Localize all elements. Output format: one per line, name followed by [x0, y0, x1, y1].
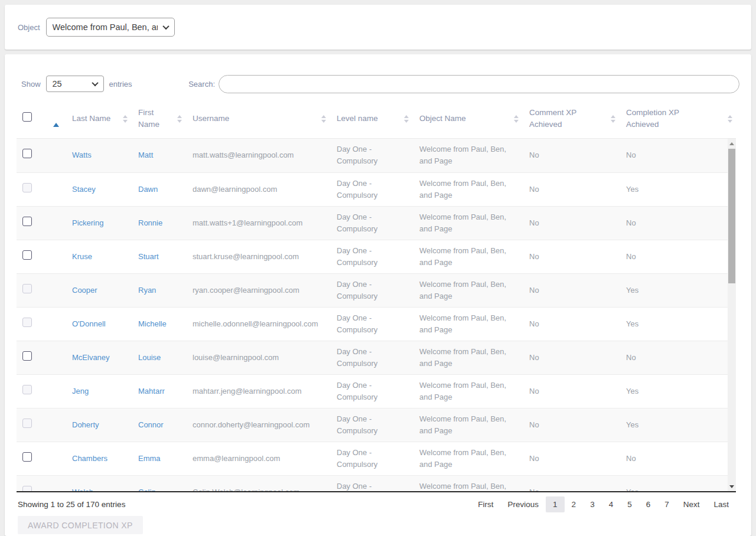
first-name-link[interactable]: Connor [138, 420, 164, 429]
row-select-checkbox [22, 419, 32, 428]
completion-xp-cell: Yes [619, 408, 728, 442]
first-name-link[interactable]: Stuart [138, 252, 159, 261]
scrollbar-up-arrow-icon[interactable] [728, 139, 736, 148]
last-name-link[interactable]: O'Donnell [72, 319, 106, 328]
row-select-checkbox[interactable] [22, 351, 32, 361]
last-name-link[interactable]: Doherty [72, 420, 99, 429]
search-group: Search: [188, 75, 739, 93]
completion-xp-cell: No [619, 341, 728, 374]
pagination-1[interactable]: 1 [546, 496, 565, 512]
level-name-cell: Day One - Compulsory [330, 341, 412, 374]
pagination-4[interactable]: 4 [602, 496, 621, 512]
row-select-checkbox[interactable] [22, 149, 32, 158]
pagination-5[interactable]: 5 [620, 496, 639, 512]
first-name-link[interactable]: Colin [138, 488, 156, 493]
object-name-cell: Welcome from Paul, Ben, and Page [412, 341, 522, 374]
first-name-link[interactable]: Mahtarr [138, 387, 165, 396]
column-header-object-name[interactable]: Object Name [412, 102, 522, 138]
comment-xp-cell: No [522, 240, 619, 273]
scrollbar-thumb[interactable] [728, 149, 735, 283]
level-name-cell: Day One - Compulsory [330, 139, 412, 172]
sort-column-cell [38, 341, 65, 374]
column-header-username[interactable]: Username [185, 102, 330, 138]
column-header-select-sort[interactable] [38, 102, 65, 138]
column-header-first-name[interactable]: First Name [131, 102, 185, 138]
last-name-link[interactable]: Watts [72, 151, 92, 159]
last-name-link[interactable]: Stacey [72, 185, 96, 194]
completion-xp-cell: Yes [619, 475, 728, 492]
select-all-checkbox[interactable] [22, 112, 32, 122]
last-name-link[interactable]: Cooper [72, 286, 97, 295]
sort-column-cell [38, 374, 65, 408]
object-name-cell: Welcome from Paul, Ben, and Page [412, 442, 522, 475]
chevron-down-icon [162, 23, 169, 30]
completion-xp-cell: Yes [619, 374, 728, 408]
row-select-checkbox[interactable] [22, 250, 32, 260]
comment-xp-cell: No [522, 172, 619, 206]
sort-column-cell [38, 139, 65, 172]
pagination-3[interactable]: 3 [583, 496, 602, 512]
table-row: ChambersEmmaemma@learningpool.comDay One… [17, 442, 728, 475]
scrollbar-down-arrow-icon[interactable] [728, 482, 736, 491]
comment-xp-cell: No [522, 307, 619, 341]
table-row: StaceyDawndawn@learningpool.comDay One -… [17, 172, 728, 206]
first-name-link[interactable]: Louise [138, 353, 161, 362]
level-name-cell: Day One - Compulsory [330, 475, 412, 492]
column-header-last-name[interactable]: Last Name [65, 102, 131, 138]
username-cell: dawn@learningpool.com [185, 172, 330, 206]
column-label: Level name [337, 113, 378, 125]
vertical-scrollbar[interactable] [728, 139, 736, 491]
pagination-last[interactable]: Last [706, 496, 736, 512]
table-header: Last Name First Name Username Level name [17, 102, 736, 138]
row-select-checkbox[interactable] [22, 217, 32, 226]
column-label: Username [193, 113, 229, 125]
first-name-link[interactable]: Ronnie [138, 218, 162, 227]
results-table: WattsMattmatt.watts@learningpool.comDay … [17, 139, 728, 492]
page-size-select[interactable]: 25 [46, 76, 104, 92]
table-row: WelshColinColin.Welsh@learningpool.comDa… [17, 475, 728, 492]
last-name-link[interactable]: McElvaney [72, 353, 110, 362]
first-name-link[interactable]: Ryan [138, 286, 156, 295]
last-name-link[interactable]: Kruse [72, 252, 92, 261]
sort-arrows-icon [514, 115, 519, 123]
table-row: McElvaneyLouiselouise@learningpool.comDa… [17, 341, 728, 374]
first-name-link[interactable]: Emma [138, 454, 161, 463]
completion-xp-cell: No [619, 240, 728, 273]
sort-arrows-icon [404, 115, 409, 123]
pagination-7[interactable]: 7 [657, 496, 676, 512]
first-name-link[interactable]: Michelle [138, 319, 167, 328]
completion-xp-cell: Yes [619, 307, 728, 341]
row-select-checkbox [22, 183, 32, 192]
first-name-link[interactable]: Matt [138, 151, 153, 159]
sort-column-cell [38, 307, 65, 341]
pagination-first[interactable]: First [471, 496, 500, 512]
level-name-cell: Day One - Compulsory [330, 273, 412, 307]
pagination-6[interactable]: 6 [639, 496, 658, 512]
comment-xp-cell: No [522, 139, 619, 172]
username-cell: mahtarr.jeng@learningpool.com [185, 374, 330, 408]
search-input[interactable] [219, 75, 739, 93]
object-name-cell: Welcome from Paul, Ben, and Page [412, 240, 522, 273]
pagination-2[interactable]: 2 [565, 496, 584, 512]
sort-arrows-icon [611, 115, 615, 123]
pagination-previous[interactable]: Previous [501, 496, 546, 512]
last-name-link[interactable]: Chambers [72, 454, 107, 463]
row-select-checkbox [22, 486, 32, 493]
object-select[interactable]: Welcome from Paul, Ben, and [46, 18, 175, 37]
first-name-link[interactable]: Dawn [138, 185, 158, 194]
username-cell: matt.watts+1@learningpool.com [185, 206, 330, 240]
last-name-link[interactable]: Pickering [72, 218, 103, 227]
column-header-level-name[interactable]: Level name [330, 102, 412, 138]
table-controls: Show 25 entries Search: [21, 74, 739, 93]
column-header-completion-xp[interactable]: Completion XP Achieved [619, 102, 736, 138]
object-name-cell: Welcome from Paul, Ben, and Page [412, 273, 522, 307]
table-row: DohertyConnorconnor.doherty@learningpool… [17, 408, 728, 442]
last-name-link[interactable]: Jeng [72, 387, 89, 396]
search-label: Search: [188, 80, 215, 89]
row-select-checkbox[interactable] [22, 452, 32, 462]
object-name-cell: Welcome from Paul, Ben, and Page [412, 206, 522, 240]
pagination-next[interactable]: Next [676, 496, 707, 512]
award-completion-xp-button[interactable]: AWARD COMPLETION XP [18, 516, 143, 534]
column-header-comment-xp[interactable]: Comment XP Achieved [522, 102, 619, 138]
last-name-link[interactable]: Welsh [72, 488, 93, 493]
